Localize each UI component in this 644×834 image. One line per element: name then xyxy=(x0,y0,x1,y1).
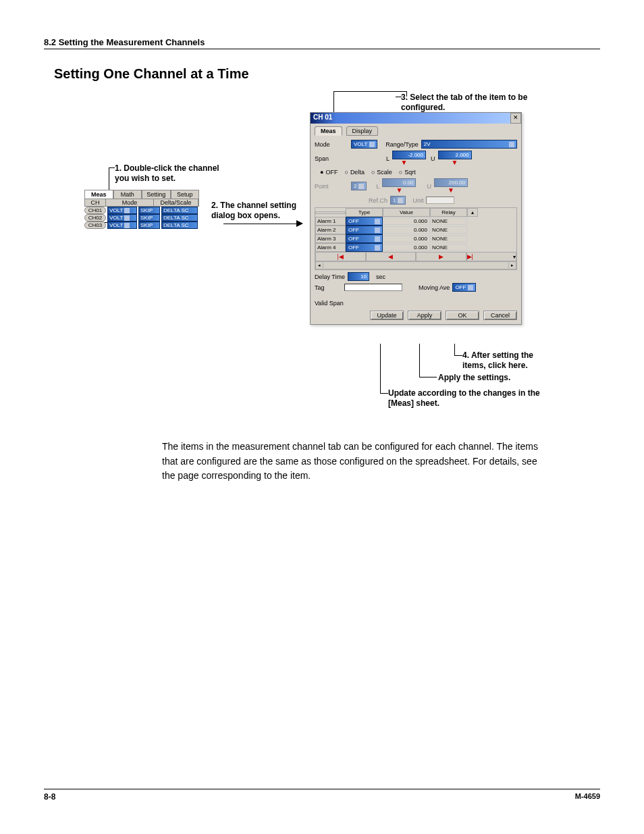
skip-cell[interactable]: SKIP xyxy=(138,214,160,221)
callout-6: Update according to the changes in the [… xyxy=(388,388,557,409)
cancel-button[interactable]: Cancel xyxy=(483,311,517,320)
point-u-input[interactable]: 200.00 xyxy=(434,178,468,187)
alarm-row: Alarm 2OFF0.000NONE xyxy=(315,226,516,234)
mode-radio-group: OFF Delta Scale Sqrt xyxy=(320,169,517,176)
alarm-type-select[interactable]: OFF xyxy=(346,226,383,234)
table-row[interactable]: CH03VOLTSKIPDELTA SC xyxy=(84,221,199,229)
prev-icon[interactable]: ◀ xyxy=(388,253,393,260)
ah-scroll-down[interactable]: ▾ xyxy=(513,254,516,260)
callout-3-vline2 xyxy=(333,91,334,113)
channel-button[interactable]: CH01 xyxy=(84,207,106,214)
alarm-name: Alarm 1 xyxy=(315,217,346,226)
marker-icon: ▼ xyxy=(438,159,472,166)
point-l-input[interactable]: 0.00 xyxy=(382,178,416,187)
radio-delta[interactable]: Delta xyxy=(344,169,364,176)
mode-cell[interactable]: VOLT xyxy=(107,207,137,214)
delay-unit: sec xyxy=(376,273,385,280)
point-label: Point xyxy=(315,183,348,190)
mode-cell[interactable]: VOLT xyxy=(107,221,137,229)
alarm-row: Alarm 1OFF0.000NONE xyxy=(315,217,516,226)
alarm-row: Alarm 3OFF0.000NONE xyxy=(315,234,516,243)
alarm-value[interactable]: 0.000 xyxy=(383,217,430,225)
skip-cell[interactable]: SKIP xyxy=(138,207,160,214)
tab-meas[interactable]: Meas xyxy=(84,190,113,199)
apply-button[interactable]: Apply xyxy=(408,311,441,320)
alarm-type-select[interactable]: OFF xyxy=(346,243,383,252)
dialog-tab-meas[interactable]: Meas xyxy=(315,126,342,136)
callout-1-tick xyxy=(109,167,115,168)
ah-scroll-up[interactable]: ▴ xyxy=(467,208,478,217)
radio-scale[interactable]: Scale xyxy=(371,169,392,176)
span-l-label: L xyxy=(386,155,390,162)
alarm-value[interactable]: 0.000 xyxy=(383,235,430,242)
callout-3-tick xyxy=(396,97,402,97)
next-icon[interactable]: ▶ xyxy=(439,253,444,260)
dialog-tab-display[interactable]: Display xyxy=(346,126,379,136)
unit-label: Unit xyxy=(412,197,423,204)
scroll-right-icon[interactable]: ▸ xyxy=(508,263,516,268)
callout-2: 2. The channel setting dialog box opens. xyxy=(211,201,306,221)
channel-button[interactable]: CH02 xyxy=(84,214,106,221)
table-row[interactable]: CH01VOLTSKIPDELTA SC xyxy=(84,207,199,214)
channel-button[interactable]: CH03 xyxy=(84,221,106,229)
alarm-relay[interactable]: NONE xyxy=(430,226,467,234)
ah-type: Type xyxy=(346,208,383,217)
spreadsheet-header: CH Mode Delta/Scale xyxy=(84,199,199,207)
span-u-label: U xyxy=(431,155,435,162)
tab-math[interactable]: Math xyxy=(113,190,142,199)
dialog-title-rest xyxy=(336,113,510,124)
first-icon[interactable]: |◀ xyxy=(338,253,344,260)
delay-input[interactable]: 10 xyxy=(348,272,369,281)
dialog-title: CH 01 xyxy=(311,113,336,124)
alarm-relay[interactable]: NONE xyxy=(430,235,467,242)
mode-select[interactable]: VOLT xyxy=(351,140,377,149)
update-button[interactable]: Update xyxy=(370,311,404,320)
ds-cell[interactable]: DELTA SC xyxy=(161,214,198,221)
table-row[interactable]: CH02VOLTSKIPDELTA SC xyxy=(84,214,199,221)
col-mode: Mode xyxy=(106,199,154,206)
skip-cell[interactable]: SKIP xyxy=(138,221,160,229)
spreadsheet-window: Meas Math Setting Setup CH Mode Delta/Sc… xyxy=(84,190,199,229)
callout-5-vline xyxy=(419,344,420,377)
unit-input[interactable] xyxy=(426,197,454,204)
last-icon[interactable]: ▶| xyxy=(467,253,473,260)
alarm-scrollbar[interactable]: ◂ ▸ xyxy=(315,261,516,269)
movave-select[interactable]: OFF xyxy=(452,283,476,292)
tab-setting[interactable]: Setting xyxy=(142,190,171,199)
spreadsheet-tabs: Meas Math Setting Setup xyxy=(84,190,199,199)
point-l-label: L xyxy=(376,183,379,190)
dialog-buttons: Update Apply OK Cancel xyxy=(315,311,517,320)
callout-3: 3. Select the tab of the item to be conf… xyxy=(401,93,536,113)
ok-button[interactable]: OK xyxy=(446,311,479,320)
scroll-left-icon[interactable]: ◂ xyxy=(316,263,323,268)
callout-5: Apply the settings. xyxy=(438,373,560,383)
alarm-value[interactable]: 0.000 xyxy=(383,244,430,251)
ds-cell[interactable]: DELTA SC xyxy=(161,221,198,229)
marker-icon: ▼ xyxy=(392,159,416,166)
alarm-type-select[interactable]: OFF xyxy=(346,234,383,243)
range-select[interactable]: 2V xyxy=(421,140,517,149)
callout-6-hline xyxy=(380,393,388,394)
radio-off[interactable]: OFF xyxy=(320,169,338,176)
point-u-label: U xyxy=(427,183,431,190)
callout-6-vline xyxy=(380,344,381,393)
alarm-relay[interactable]: NONE xyxy=(430,244,467,251)
tab-setup[interactable]: Setup xyxy=(171,190,200,199)
alarm-type-select[interactable]: OFF xyxy=(346,217,383,226)
delay-label: Delay Time xyxy=(315,273,345,280)
mode-cell[interactable]: VOLT xyxy=(107,214,137,221)
alarm-nav-row: |◀ ◀ ▶ ▶| ▾ xyxy=(315,252,516,261)
refch-select[interactable]: 1 xyxy=(390,196,406,205)
point-select[interactable]: 2 xyxy=(351,182,367,190)
alarm-relay[interactable]: NONE xyxy=(430,217,467,225)
ah-value: Value xyxy=(383,208,430,217)
page-number: 8-8 xyxy=(44,792,55,802)
ds-cell[interactable]: DELTA SC xyxy=(161,207,198,214)
close-icon[interactable]: ✕ xyxy=(510,113,521,124)
arrow-line xyxy=(223,224,296,224)
diagram: 1. Double-click the channel you wish to … xyxy=(51,88,600,426)
alarm-value[interactable]: 0.000 xyxy=(383,226,430,234)
radio-sqrt[interactable]: Sqrt xyxy=(399,169,416,176)
span-l-input[interactable]: -2.000 xyxy=(392,151,426,159)
tag-input[interactable] xyxy=(344,284,402,291)
